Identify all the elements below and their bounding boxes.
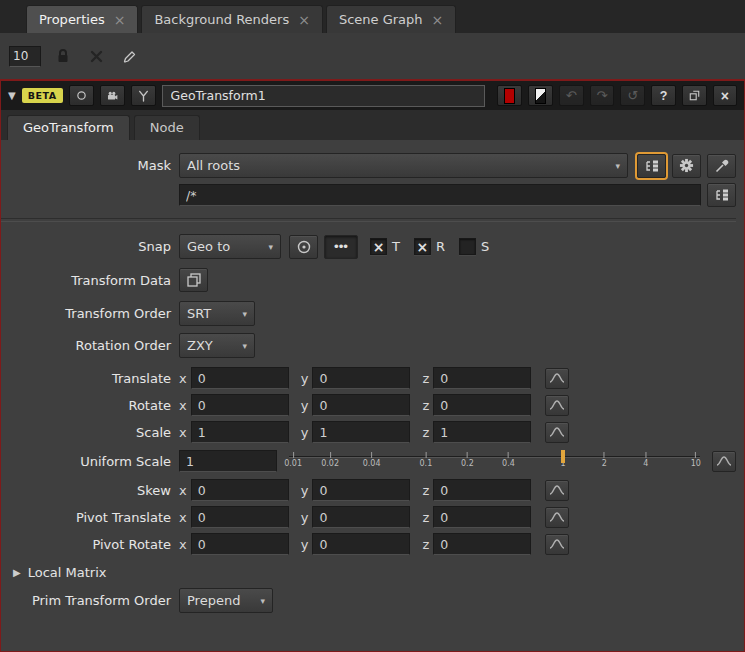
rotate-y-input[interactable] bbox=[312, 394, 410, 416]
pencil-icon[interactable] bbox=[118, 45, 140, 67]
fork-icon[interactable] bbox=[131, 85, 156, 106]
axis-z-label: z bbox=[422, 483, 429, 498]
node-name-input[interactable] bbox=[162, 85, 485, 107]
rotation-order-label: Rotation Order bbox=[1, 338, 171, 353]
snap-translate-label: T bbox=[392, 239, 400, 254]
translate-z-input[interactable] bbox=[433, 367, 531, 389]
undo-icon[interactable]: ↶ bbox=[559, 85, 584, 106]
tab-geotransform[interactable]: GeoTransform bbox=[7, 115, 130, 140]
pivot-translate-y-input[interactable] bbox=[312, 506, 410, 528]
float-window-icon[interactable] bbox=[682, 85, 707, 106]
path-browse-button[interactable] bbox=[707, 183, 736, 207]
gear-icon[interactable] bbox=[672, 154, 701, 178]
snap-rotate-checkbox[interactable]: × bbox=[414, 238, 431, 255]
scale-z-input[interactable] bbox=[433, 421, 531, 443]
animation-curve-icon[interactable] bbox=[545, 395, 569, 416]
pivot-rotate-y-input[interactable] bbox=[312, 533, 410, 555]
prim-transform-order-dropdown[interactable]: Prepend ▾ bbox=[179, 588, 273, 613]
node-tab-strip: GeoTransform Node bbox=[1, 110, 744, 140]
transform-data-copy-icon[interactable] bbox=[179, 268, 208, 292]
scale-row: Scale x y z bbox=[1, 421, 736, 443]
pivot-translate-x-input[interactable] bbox=[191, 506, 289, 528]
tick-label: 0.2 bbox=[461, 459, 474, 468]
collapse-icon[interactable]: ▼ bbox=[8, 90, 16, 101]
axis-y-label: y bbox=[301, 483, 309, 498]
pivot-rotate-z-input[interactable] bbox=[433, 533, 531, 555]
pane-tab-bar: Properties × Background Renders × Scene … bbox=[0, 0, 745, 33]
skew-y-input[interactable] bbox=[312, 479, 410, 501]
tab-node[interactable]: Node bbox=[134, 115, 200, 140]
animation-curve-icon[interactable] bbox=[712, 451, 736, 472]
chevron-down-icon: ▾ bbox=[242, 309, 247, 319]
skew-label: Skew bbox=[1, 483, 171, 498]
axis-y-label: y bbox=[301, 398, 309, 413]
axis-z-label: z bbox=[422, 371, 429, 386]
axis-x-label: x bbox=[179, 537, 187, 552]
local-matrix-row[interactable]: ▶ Local Matrix bbox=[1, 565, 736, 580]
axis-z-label: z bbox=[422, 398, 429, 413]
tab-close-icon[interactable]: × bbox=[114, 13, 126, 27]
revert-icon[interactable]: ↺ bbox=[620, 85, 645, 106]
snap-more-button[interactable]: ••• bbox=[324, 235, 358, 259]
skew-z-input[interactable] bbox=[433, 479, 531, 501]
node-panel: ▼ BETA ↶ ↷ ↺ ? × GeoTr bbox=[0, 79, 745, 652]
transform-data-label: Transform Data bbox=[1, 273, 171, 288]
tab-close-icon[interactable]: × bbox=[432, 13, 444, 27]
animation-curve-icon[interactable] bbox=[545, 507, 569, 528]
max-panels-input[interactable] bbox=[9, 46, 41, 67]
lock-icon[interactable] bbox=[52, 45, 74, 67]
snap-row: Snap Geo to ▾ ••• × T × R S bbox=[1, 234, 736, 259]
pivot-rotate-x-input[interactable] bbox=[191, 533, 289, 555]
animation-curve-icon[interactable] bbox=[545, 480, 569, 501]
uniform-scale-input[interactable] bbox=[179, 450, 277, 472]
rotate-z-input[interactable] bbox=[433, 394, 531, 416]
check-icon: × bbox=[417, 240, 429, 254]
snap-translate-checkbox[interactable]: × bbox=[370, 238, 387, 255]
axis-y-label: y bbox=[301, 537, 309, 552]
redo-icon[interactable]: ↷ bbox=[590, 85, 615, 106]
node-color-swatch[interactable] bbox=[497, 85, 522, 106]
mask-dropdown[interactable]: All roots ▾ bbox=[179, 153, 628, 178]
transform-order-dropdown[interactable]: SRT ▾ bbox=[179, 301, 255, 326]
translate-x-input[interactable] bbox=[191, 367, 289, 389]
animation-curve-icon[interactable] bbox=[545, 368, 569, 389]
scene-graph-browse-button[interactable] bbox=[637, 154, 666, 178]
nuke-properties-panel: Properties × Background Renders × Scene … bbox=[0, 0, 745, 652]
animation-curve-icon[interactable] bbox=[545, 534, 569, 555]
tab-background-renders[interactable]: Background Renders × bbox=[141, 5, 322, 33]
mask-path-input[interactable] bbox=[179, 184, 701, 206]
target-icon[interactable] bbox=[69, 85, 94, 106]
pivot-translate-z-input[interactable] bbox=[433, 506, 531, 528]
snap-rotate-label: R bbox=[436, 239, 445, 254]
scale-x-input[interactable] bbox=[191, 421, 289, 443]
eyedropper-icon[interactable] bbox=[707, 154, 736, 178]
rotate-x-input[interactable] bbox=[191, 394, 289, 416]
tab-close-icon[interactable]: × bbox=[298, 13, 310, 27]
tick-label: 0.02 bbox=[321, 459, 339, 468]
snap-target-icon[interactable] bbox=[289, 235, 318, 259]
panel-color-swatch[interactable] bbox=[528, 85, 553, 106]
chevron-down-icon: ▾ bbox=[615, 161, 620, 171]
tick-label: 0.4 bbox=[502, 459, 515, 468]
tab-scene-graph[interactable]: Scene Graph × bbox=[326, 5, 456, 33]
animation-curve-icon[interactable] bbox=[545, 422, 569, 443]
skew-x-input[interactable] bbox=[191, 479, 289, 501]
translate-y-input[interactable] bbox=[312, 367, 410, 389]
rotation-order-row: Rotation Order ZXY ▾ bbox=[1, 333, 736, 358]
axis-y-label: y bbox=[301, 371, 309, 386]
snap-dropdown[interactable]: Geo to ▾ bbox=[179, 234, 281, 259]
rotation-order-dropdown[interactable]: ZXY ▾ bbox=[179, 333, 255, 358]
camera-icon[interactable] bbox=[100, 85, 125, 106]
slider-handle[interactable] bbox=[561, 450, 565, 463]
close-panel-button[interactable]: × bbox=[713, 85, 737, 106]
close-all-panels-icon[interactable] bbox=[85, 45, 107, 67]
pivot-translate-row: Pivot Translate x y z bbox=[1, 506, 736, 528]
expand-triangle-icon[interactable]: ▶ bbox=[13, 567, 21, 578]
uniform-scale-slider[interactable]: 0.01 0.02 0.04 0.1 0.2 0.4 1 2 4 10 bbox=[289, 448, 700, 474]
snap-scale-checkbox[interactable] bbox=[459, 238, 476, 255]
help-button[interactable]: ? bbox=[651, 85, 675, 106]
scale-y-input[interactable] bbox=[312, 421, 410, 443]
divider bbox=[1, 218, 736, 222]
tab-properties[interactable]: Properties × bbox=[26, 5, 138, 33]
mask-row: Mask All roots ▾ bbox=[1, 153, 736, 178]
